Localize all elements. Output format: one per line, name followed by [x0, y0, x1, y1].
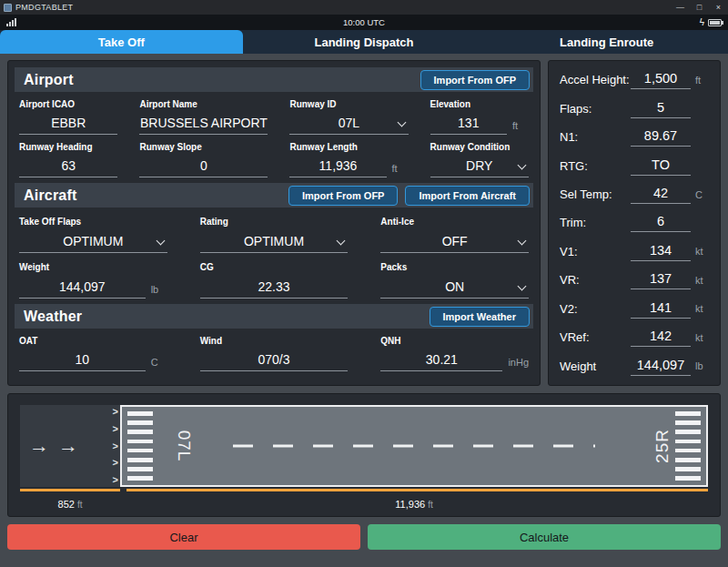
result-unit: kt	[691, 303, 714, 314]
result-unit: kt	[691, 246, 714, 257]
result-value: 1,500	[644, 71, 677, 86]
weight-label: Weight	[19, 261, 167, 273]
takeoff-flaps-value: OPTIMUM	[63, 234, 123, 252]
takeoff-flaps-select[interactable]: OPTIMUM	[19, 228, 167, 253]
qnh-value: 30.21	[426, 352, 458, 370]
runway-heading-value: 63	[61, 158, 76, 177]
result-label: Sel Temp:	[560, 187, 631, 201]
airport-icao-field: Airport ICAO EBBR	[19, 92, 117, 135]
aircraft-section-header: Aircraft Import From OFP Import From Air…	[15, 183, 533, 208]
runway-slope-input[interactable]: 0	[139, 153, 268, 177]
result-unit: ft	[691, 75, 714, 86]
app-icon	[4, 4, 12, 12]
result-label: Flaps:	[560, 102, 631, 116]
tab-take-off[interactable]: Take Off	[0, 30, 243, 54]
result-row-v1: V1: 134 kt	[549, 238, 720, 266]
takeoff-flaps-field: Take Off Flaps OPTIMUM	[19, 208, 167, 253]
anti-ice-field: Anti-Ice OFF	[380, 208, 529, 253]
clock-utc: 10:00 UTC	[343, 17, 385, 27]
runway-id-select[interactable]: 07L	[289, 110, 408, 135]
result-value: 42	[653, 186, 668, 200]
airport-icao-input[interactable]: EBBR	[19, 110, 117, 135]
airport-section-title: Airport	[24, 72, 74, 88]
import-weather-button[interactable]: Import Weather	[430, 307, 530, 327]
anti-ice-select[interactable]: OFF	[380, 228, 529, 253]
result-label: Accel Height:	[560, 73, 631, 86]
runway-condition-select[interactable]: DRY	[430, 153, 529, 177]
chevron-down-icon	[518, 161, 527, 170]
chevron-down-icon	[518, 282, 527, 291]
rating-value: OPTIMUM	[244, 234, 304, 252]
result-value: 142	[650, 329, 672, 343]
aircraft-import-aircraft-button[interactable]: Import From Aircraft	[405, 186, 530, 206]
weather-section-header: Weather Import Weather	[15, 304, 533, 329]
qnh-field: QNH 30.21 inHg	[380, 329, 529, 371]
result-unit: kt	[691, 275, 714, 286]
result-label: V1:	[560, 245, 631, 258]
result-value: 89.67	[644, 128, 677, 143]
wind-input[interactable]: 070/3	[200, 347, 349, 371]
airport-name-input[interactable]: BRUSSELS AIRPORT	[139, 110, 268, 135]
result-label: RTG:	[560, 159, 631, 173]
minimize-button[interactable]: —	[671, 0, 690, 15]
elevation-input[interactable]: 131 ft	[430, 110, 529, 135]
chevron-right-icon: >	[113, 407, 118, 417]
result-value: 144,097	[637, 358, 684, 372]
result-row-flaps: Flaps: 5	[549, 94, 720, 122]
runway-id-label: Runway ID	[289, 98, 408, 110]
oat-input[interactable]: 10 C	[19, 347, 167, 371]
airport-icao-value: EBBR	[51, 116, 86, 134]
wind-field: Wind 070/3	[200, 329, 349, 371]
window-controls: — □ ×	[671, 0, 728, 15]
runway-heading-field: Runway Heading 63	[19, 135, 117, 177]
runway-id-field: Runway ID 07L	[289, 92, 408, 135]
packs-select[interactable]: ON	[380, 273, 529, 299]
maximize-button[interactable]: □	[690, 0, 709, 15]
arrow-right-icon: →	[29, 436, 49, 456]
runway-length-value: 11,936	[319, 158, 358, 177]
result-row-accel-height: Accel Height: 1,500 ft	[549, 66, 720, 94]
result-unit: C	[691, 189, 714, 200]
runway-heading-input[interactable]: 63	[19, 153, 117, 177]
runway-number-right: 25R	[652, 429, 672, 463]
result-value: 137	[650, 271, 672, 286]
result-row-vr: VR: 137 kt	[549, 266, 720, 294]
takeoff-flaps-label: Take Off Flaps	[19, 216, 167, 228]
chevron-down-icon	[518, 237, 527, 246]
runway-length-unit: ft	[387, 163, 409, 177]
cg-input[interactable]: 22.33	[200, 273, 349, 299]
result-label: N1:	[560, 130, 631, 144]
runway-slope-field: Runway Slope 0	[139, 135, 268, 177]
window-title: PMDGTABLET	[15, 3, 73, 12]
chevron-right-icon: >	[113, 475, 118, 485]
qnh-input[interactable]: 30.21 inHg	[380, 347, 529, 371]
displaced-length-bar	[20, 489, 120, 491]
runway-condition-label: Runway Condition	[430, 141, 529, 153]
rating-select[interactable]: OPTIMUM	[200, 228, 349, 253]
result-label: Weight	[560, 359, 631, 373]
result-label: VRef:	[560, 330, 631, 344]
close-button[interactable]: ×	[709, 0, 728, 15]
tab-landing-enroute[interactable]: Landing Enroute	[485, 30, 728, 54]
airport-import-ofp-button[interactable]: Import From OFP	[420, 70, 530, 90]
threshold-markings-left	[127, 411, 153, 481]
cg-label: CG	[200, 261, 349, 273]
runway-heading-label: Runway Heading	[19, 141, 117, 153]
weight-unit: lb	[146, 284, 167, 299]
tab-landing-dispatch[interactable]: Landing Dispatch	[243, 30, 486, 54]
clear-button[interactable]: Clear	[7, 524, 360, 550]
aircraft-import-ofp-button[interactable]: Import From OFP	[288, 186, 398, 206]
status-icons: ϟ	[700, 18, 722, 27]
calculate-button[interactable]: Calculate	[368, 524, 721, 550]
oat-value: 10	[76, 352, 90, 370]
weight-field: Weight 144,097 lb	[19, 253, 167, 299]
runway-length-input[interactable]: 11,936 ft	[289, 153, 408, 177]
result-value: 6	[657, 214, 664, 228]
chevron-down-icon	[156, 237, 165, 246]
oat-unit: C	[146, 357, 167, 371]
runway-length-graphic-unit: ft	[428, 500, 433, 510]
airport-section-header: Airport Import From OFP	[15, 67, 533, 92]
runway-diagram-card: → → > > > > > 07L 25R	[7, 393, 721, 517]
weight-input[interactable]: 144,097 lb	[19, 273, 167, 299]
runway-condition-field: Runway Condition DRY	[430, 135, 529, 177]
